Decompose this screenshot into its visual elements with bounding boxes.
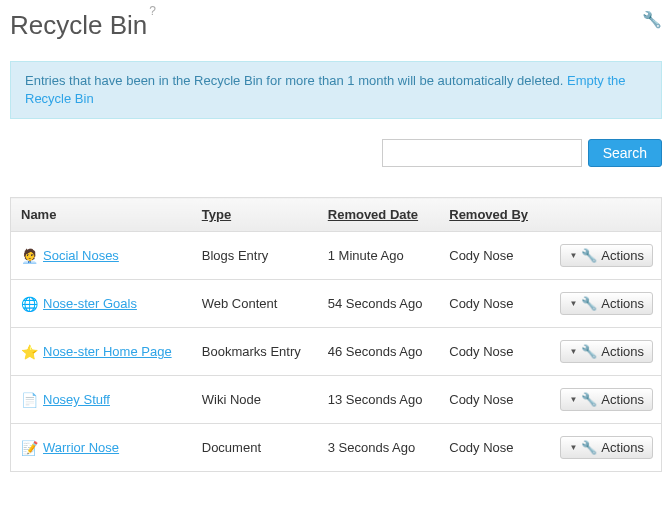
wrench-icon: 🔧 (581, 296, 597, 311)
dropdown-caret-icon: ▼ (569, 443, 577, 452)
wrench-icon: 🔧 (581, 440, 597, 455)
cell-removed_date: 46 Seconds Ago (318, 328, 439, 376)
gear-icon[interactable]: 🔧 (642, 10, 662, 29)
cell-removed_date: 13 Seconds Ago (318, 376, 439, 424)
actions-label: Actions (601, 248, 644, 263)
table-row: 🧑‍💼Social NosesBlogs Entry1 Minute AgoCo… (11, 232, 662, 280)
cell-removed_by: Cody Nose (439, 328, 544, 376)
entry-name-link[interactable]: Nose-ster Home Page (43, 344, 172, 359)
actions-label: Actions (601, 296, 644, 311)
web-content-icon: 🌐 (21, 296, 37, 312)
search-button[interactable]: Search (588, 139, 662, 167)
cell-removed_by: Cody Nose (439, 280, 544, 328)
dropdown-caret-icon: ▼ (569, 347, 577, 356)
recycle-bin-table: Name Type Removed Date Removed By 🧑‍💼Soc… (10, 197, 662, 472)
entry-name-link[interactable]: Social Noses (43, 248, 119, 263)
dropdown-caret-icon: ▼ (569, 251, 577, 260)
actions-button[interactable]: ▼ 🔧 Actions (560, 292, 653, 315)
entry-name-link[interactable]: Warrior Nose (43, 440, 119, 455)
search-input[interactable] (382, 139, 582, 167)
actions-label: Actions (601, 344, 644, 359)
col-name: Name (11, 198, 192, 232)
entry-name-link[interactable]: Nose-ster Goals (43, 296, 137, 311)
cell-type: Bookmarks Entry (192, 328, 318, 376)
help-icon[interactable]: ? (149, 4, 156, 18)
actions-button[interactable]: ▼ 🔧 Actions (560, 436, 653, 459)
actions-label: Actions (601, 392, 644, 407)
cell-removed_by: Cody Nose (439, 232, 544, 280)
table-row: 🌐Nose-ster GoalsWeb Content54 Seconds Ag… (11, 280, 662, 328)
bookmarks-entry-icon: ⭐ (21, 344, 37, 360)
cell-type: Wiki Node (192, 376, 318, 424)
cell-type: Web Content (192, 280, 318, 328)
page-title: Recycle Bin ? (10, 10, 156, 41)
cell-type: Document (192, 424, 318, 472)
actions-button[interactable]: ▼ 🔧 Actions (560, 340, 653, 363)
info-alert: Entries that have been in the Recycle Bi… (10, 61, 662, 119)
col-actions (544, 198, 662, 232)
actions-button[interactable]: ▼ 🔧 Actions (560, 244, 653, 267)
cell-removed_by: Cody Nose (439, 424, 544, 472)
dropdown-caret-icon: ▼ (569, 395, 577, 404)
wrench-icon: 🔧 (581, 392, 597, 407)
cell-type: Blogs Entry (192, 232, 318, 280)
search-bar: Search (10, 139, 662, 167)
page-title-text: Recycle Bin (10, 10, 147, 41)
table-row: 📄Nosey StuffWiki Node13 Seconds AgoCody … (11, 376, 662, 424)
table-row: ⭐Nose-ster Home PageBookmarks Entry46 Se… (11, 328, 662, 376)
cell-removed_date: 1 Minute Ago (318, 232, 439, 280)
blogs-entry-icon: 🧑‍💼 (21, 248, 37, 264)
entry-name-link[interactable]: Nosey Stuff (43, 392, 110, 407)
cell-removed_by: Cody Nose (439, 376, 544, 424)
wrench-icon: 🔧 (581, 248, 597, 263)
table-row: 📝Warrior NoseDocument3 Seconds AgoCody N… (11, 424, 662, 472)
actions-label: Actions (601, 440, 644, 455)
alert-text: Entries that have been in the Recycle Bi… (25, 73, 567, 88)
dropdown-caret-icon: ▼ (569, 299, 577, 308)
col-type[interactable]: Type (192, 198, 318, 232)
cell-removed_date: 3 Seconds Ago (318, 424, 439, 472)
actions-button[interactable]: ▼ 🔧 Actions (560, 388, 653, 411)
wiki-node-icon: 📄 (21, 392, 37, 408)
col-removed-by[interactable]: Removed By (439, 198, 544, 232)
wrench-icon: 🔧 (581, 344, 597, 359)
cell-removed_date: 54 Seconds Ago (318, 280, 439, 328)
document-icon: 📝 (21, 440, 37, 456)
col-removed-date[interactable]: Removed Date (318, 198, 439, 232)
